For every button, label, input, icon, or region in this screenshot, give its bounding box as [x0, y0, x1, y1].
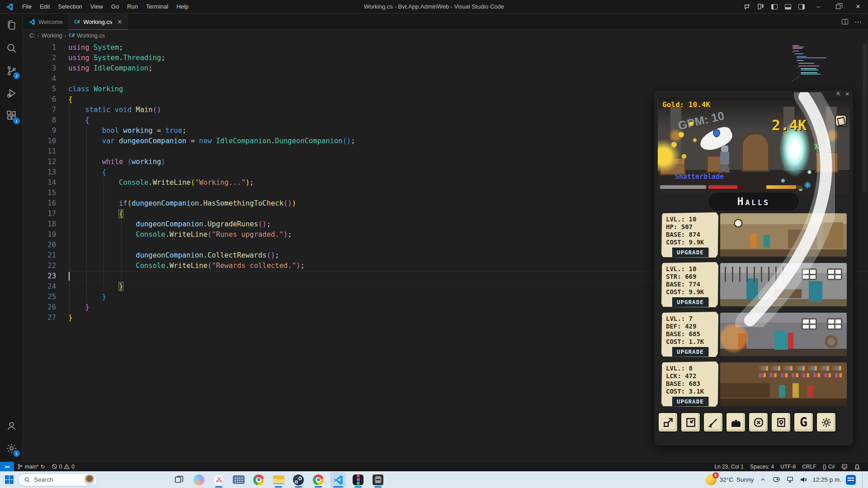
popout-icon[interactable]: ⇱ [837, 91, 841, 97]
menu-file[interactable]: File [18, 0, 36, 14]
hall-row: LVL.: 8LCK: 472BASE: 683COST: 3.1KUPGRAD… [654, 361, 853, 411]
taskbar-icon-idle-game[interactable] [370, 472, 386, 488]
taskbar-icon-chrome-2[interactable] [311, 472, 326, 488]
game-rune-button[interactable] [748, 412, 769, 432]
game-fort-button[interactable] [726, 412, 746, 432]
stat-base: BASE: 683 [666, 380, 715, 388]
window-grid-icon[interactable] [827, 268, 842, 280]
overlay-close-icon[interactable]: ✕ [845, 91, 849, 97]
problems-item[interactable]: 0 0 [48, 462, 78, 472]
sync-icon: ↻ [41, 464, 45, 470]
remote-explorer-icon[interactable] [838, 462, 851, 472]
activity-settings[interactable]: 1 [0, 437, 23, 460]
code-line: 4 [23, 74, 868, 84]
menu-edit[interactable]: Edit [36, 0, 54, 14]
upgrade-button[interactable]: UPGRADE [672, 297, 708, 307]
activity-bar: 21 1 [0, 14, 23, 461]
game-collapse-button[interactable] [680, 412, 701, 432]
menu-selection[interactable]: Selection [54, 0, 86, 14]
cursor-position-item[interactable]: Ln 23, Col 1 [711, 462, 747, 472]
taskbar-icon-copilot[interactable] [191, 472, 207, 488]
eol-item[interactable]: CRLF [799, 462, 819, 472]
minimize-button[interactable]: – [808, 0, 828, 14]
room-image-forge[interactable] [720, 313, 847, 356]
hall-title-banner: Halls [708, 192, 799, 211]
room-image-tavern[interactable] [720, 362, 847, 406]
taskbar-clock[interactable]: 12:25 p.m. [812, 476, 841, 483]
notification-center-icon[interactable] [846, 475, 856, 485]
taskbar-icon-vscode[interactable] [330, 472, 346, 488]
game-expand-button[interactable] [658, 412, 678, 432]
network-icon[interactable] [785, 475, 794, 484]
upgrade-button[interactable]: UPGRADE [672, 397, 708, 406]
csharp-file-icon: C# [74, 19, 80, 25]
taskbar-icon-snipping-tool[interactable] [211, 472, 226, 488]
tab-working-cs[interactable]: C# Working.cs ✕ [69, 14, 128, 30]
menu-view[interactable]: View [86, 0, 107, 14]
show-desktop-button[interactable] [862, 471, 864, 488]
taskbar-icon-steam[interactable] [291, 472, 306, 488]
indentation-item[interactable]: Spaces: 4 [747, 462, 777, 472]
hidden-icons-chevron[interactable] [758, 475, 767, 484]
game-map-button[interactable] [771, 412, 791, 432]
tab-close-icon[interactable]: ✕ [117, 19, 122, 25]
window-grid-icon[interactable] [802, 268, 817, 280]
taskbar-icon-figma[interactable] [350, 472, 366, 488]
encoding-item[interactable]: UTF-8 [777, 462, 799, 472]
cards-icon[interactable] [835, 115, 847, 127]
customize-layout-icon[interactable] [754, 0, 768, 14]
tab-welcome[interactable]: Welcome [23, 14, 69, 30]
activity-explorer[interactable] [0, 14, 23, 37]
editor-tabs: Welcome C# Working.cs ✕ ⋯ [23, 14, 868, 30]
editor-more-actions-icon[interactable]: ⋯ [854, 18, 862, 26]
remote-indicator[interactable]: >< [0, 462, 14, 472]
window-grid-icon[interactable] [802, 318, 817, 330]
menu-run[interactable]: Run [123, 0, 142, 14]
game-settings-button[interactable] [816, 412, 836, 432]
close-button[interactable]: ✕ [848, 0, 868, 14]
indent-guide [69, 105, 70, 313]
stat-stat: HP: 507 [666, 223, 715, 231]
menu-help[interactable]: Help [172, 0, 193, 14]
editor-scrollbar[interactable] [863, 43, 867, 192]
toggle-panel-icon[interactable] [781, 0, 795, 14]
copilot-icon[interactable] [741, 0, 754, 14]
screen-cast-icon[interactable] [772, 475, 781, 484]
badge: 1 [13, 117, 20, 124]
hall-room-list: LVL.: 10HP: 507BASE: 874COST: 9.9KUPGRAD… [654, 212, 853, 411]
toggle-sidebar-icon[interactable] [768, 0, 781, 14]
minimap[interactable] [793, 45, 842, 82]
upgrade-button[interactable]: UPGRADE [672, 248, 708, 257]
volume-icon[interactable] [799, 475, 808, 484]
git-branch-item[interactable]: main* ↻ [14, 462, 48, 472]
breadcrumb[interactable]: C: › Working › C# Working.cs [23, 30, 868, 41]
taskbar-icon-touch-keyboard[interactable] [231, 472, 246, 488]
menu-go[interactable]: Go [107, 0, 123, 14]
room-image-armory[interactable] [720, 263, 847, 306]
stat-base: BASE: 774 [666, 281, 715, 288]
language-item[interactable]: {}C# [820, 462, 838, 472]
window-grid-icon[interactable] [827, 318, 842, 330]
menu-terminal[interactable]: Terminal [142, 0, 172, 14]
split-editor-icon[interactable] [842, 19, 848, 24]
taskbar-icon-task-view[interactable] [171, 472, 187, 488]
game-sword-button[interactable] [703, 412, 723, 432]
titlebar: FileEditSelectionViewGoRunTerminalHelp W… [0, 0, 868, 14]
restore-button[interactable] [828, 0, 848, 14]
idle-game-overlay[interactable]: ⇱ ✕ Gold: 10.4K GPM: 10 2.4K x 2 Shatter… [654, 90, 853, 446]
activity-source-control[interactable]: 2 [0, 59, 23, 82]
activity-extensions[interactable]: 1 [0, 104, 23, 127]
activity-accounts[interactable] [0, 414, 23, 437]
taskbar-search[interactable]: Search [18, 474, 97, 486]
taskbar-icon-chrome[interactable] [251, 472, 266, 488]
activity-search[interactable] [0, 37, 23, 59]
room-image-kitchen[interactable] [720, 213, 847, 257]
game-g-button[interactable]: G [793, 412, 814, 432]
taskbar-icon-file-explorer[interactable] [271, 472, 286, 488]
weather-widget[interactable]: 5 32°C Sunny [706, 474, 754, 485]
notifications-bell-icon[interactable] [851, 462, 863, 472]
activity-run-and-debug[interactable] [0, 82, 23, 104]
upgrade-button[interactable]: UPGRADE [672, 347, 708, 357]
start-button[interactable] [0, 471, 18, 488]
toggle-secondary-sidebar-icon[interactable] [795, 0, 808, 14]
